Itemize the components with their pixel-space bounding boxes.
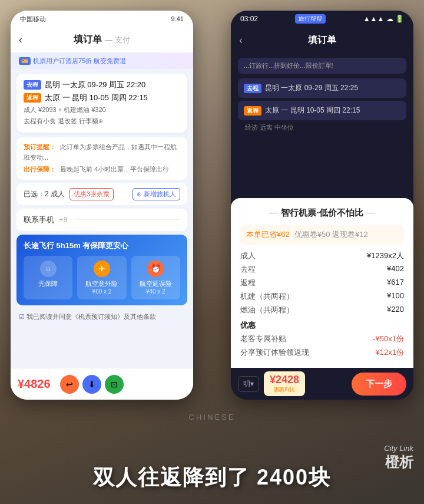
left-total-price: ¥4826 (18, 377, 51, 391)
left-back-button[interactable]: ‹ (19, 34, 22, 46)
contact-row[interactable]: 联系手机 +8 (16, 209, 187, 231)
selected-row: 已选：2 成人 优惠3张余票 ⊕ 新增旅机人 (16, 183, 187, 205)
delay-insurance-option[interactable]: ⏰ 航空延误险 ¥40 x 2 (131, 256, 180, 299)
input-divider (75, 219, 180, 220)
savings-detail: 优惠卷¥50 返现卷¥12 (294, 229, 368, 240)
action-icons: ↩ ⬇ ⊡ (60, 375, 124, 394)
action-btn-1[interactable]: ↩ (60, 375, 79, 394)
right-bottom-bar: 明▾ ¥2428 惠惠利比 下一步 (231, 368, 413, 400)
main-caption-text: 双人往返降到了 2400块 (0, 463, 424, 492)
delay-price: ¥40 x 2 (136, 288, 175, 295)
chinese-watermark: CHINESE (189, 413, 236, 421)
right-nav-bar: ‹ 填订单 (231, 27, 413, 53)
adults-row: 成人 ¥1239x2人 (240, 251, 404, 261)
left-nav-bar: ‹ 填订单 — 支付 (11, 27, 193, 53)
right-outbound-tag: 去程 (244, 84, 261, 93)
accident-icon: ✈ (94, 261, 110, 277)
right-promo: ...订旅行...拼到好价...限价訂單! (238, 58, 406, 74)
right-return-detail: 太原 一 昆明 10-05 周四 22:15 (265, 106, 360, 116)
no-insurance-label: 无保障 (28, 279, 68, 288)
left-phone: 中国移动 9:41 ‹ 填订单 — 支付 🎫 机票用户订酒店75折 航变免费退 … (11, 11, 193, 400)
outbound-price-row: 去程 ¥402 (240, 264, 404, 275)
discount1-row: 老客专属补贴 -¥50x1份 (240, 334, 404, 344)
country-code[interactable]: +8 (59, 215, 68, 224)
no-insurance-option[interactable]: ○ 无保障 (24, 256, 72, 299)
right-outbound-row: 去程 昆明 一太原 09-29 周五 22:25 (238, 78, 406, 98)
outbound-tag: 去程 (24, 80, 41, 90)
promo-text: 机票用户订酒店75折 航变免费退 (33, 57, 126, 65)
delay-icon: ⏰ (147, 261, 164, 277)
zh-watermark-text: 橙析 (384, 453, 413, 472)
safety-title: 长途飞行 5h15m 有保障更安心 (24, 241, 180, 251)
right-dropdown[interactable]: 明▾ (238, 376, 259, 392)
right-return-tag: 返程 (244, 106, 261, 116)
notice-line1: 预订提醒： 此订单为多票组合产品，如遇其中一程航班变动... (24, 142, 180, 163)
insurance-options: ○ 无保障 ✈ 航空意外险 ¥60 x 2 ⏰ 航空延误险 ¥40 x 2 (24, 256, 180, 299)
return-price-row: 返程 ¥617 (240, 278, 404, 288)
promo-banner: 🎫 机票用户订酒店75折 航变免费退 (11, 53, 193, 69)
right-total-price: ¥2428 惠惠利比 (264, 371, 305, 396)
accident-price: ¥60 x 2 (82, 288, 121, 295)
selected-label: 已选：2 成人 (24, 189, 65, 199)
left-time: 9:41 (171, 15, 184, 22)
return-flight-row: 返程 太原 一 昆明 10-05 周四 22:15 (24, 93, 180, 103)
savings-label: 本单已省¥62 (246, 229, 290, 240)
no-insurance-icon: ○ (40, 261, 57, 277)
bottom-caption: 双人往返降到了 2400块 (0, 463, 424, 492)
contact-label: 联系手机 (24, 215, 54, 225)
right-outbound-detail: 昆明 一太原 09-29 周五 22:25 (265, 83, 358, 93)
right-content: ...订旅行...拼到好价...限价訂單! 去程 昆明 一太原 09-29 周五… (231, 53, 413, 140)
outbound-flight-row: 去程 昆明 一太原 09-29 周五 22:20 (24, 80, 180, 90)
right-app-badge: 旅行帮帮 (295, 14, 326, 24)
terms-checkbox[interactable]: ☑ (19, 313, 26, 320)
left-status-bar: 中国移动 9:41 (11, 11, 193, 27)
left-carrier: 中国移动 (20, 15, 46, 24)
meal-info: 去程有小食 退改签 行李额⊕ (24, 117, 180, 126)
accident-label: 航空意外险 (82, 279, 121, 288)
selected-badge[interactable]: 优惠3张余票 (69, 188, 114, 200)
notice-section: 预订提醒： 此订单为多票组合产品，如遇其中一程航班变动... 出行保障： 最晚起… (16, 137, 187, 180)
delay-label: 航空延误险 (136, 279, 175, 288)
watermark: City Link 橙析 (384, 444, 413, 472)
city-link-text: City Link (384, 444, 413, 453)
fuel-row: 燃油（共两程） ¥220 (240, 305, 404, 315)
popup-title: 智行机票·低价不怕比 (240, 207, 404, 219)
accident-insurance-option[interactable]: ✈ 航空意外险 ¥60 x 2 (77, 256, 126, 299)
left-bottom-bar: ¥4826 ↩ ⬇ ⊡ (11, 368, 193, 400)
promo-badge: 🎫 (19, 57, 31, 65)
right-status-bar: 03:02 旅行帮帮 ▲▲▲ ☁ 🔋 (231, 11, 413, 27)
left-nav-title: 填订单 — 支付 (74, 34, 130, 46)
popup-card: 智行机票·低价不怕比 本单已省¥62 优惠卷¥50 返现卷¥12 成人 ¥123… (231, 198, 413, 368)
notice-line2: 出行保障： 最晚起飞前 4小时出票，平台保障出行 (24, 164, 180, 175)
discounts-title: 优惠 (240, 320, 404, 331)
right-nav-title: 填订单 (308, 34, 336, 47)
terms-text: 我已阅读并同意《机票预订须知》及其他条款 (26, 313, 156, 320)
right-back-button[interactable]: ‹ (239, 34, 243, 47)
savings-row: 本单已省¥62 优惠卷¥50 返现卷¥12 (240, 225, 404, 245)
add-passenger-button[interactable]: ⊕ 新增旅机人 (132, 188, 180, 200)
terms-row: ☑ 我已阅读并同意《机票预订须知》及其他条款 (11, 309, 193, 325)
return-tag: 返程 (24, 93, 41, 103)
price-breakdown: 成人 ¥1239x2人 去程 ¥402 返程 ¥617 机建（共两程） ¥100… (240, 251, 404, 358)
price-info: 成人 ¥2093 + 机建燃油 ¥320 (24, 106, 180, 114)
right-phone: 03:02 旅行帮帮 ▲▲▲ ☁ 🔋 ‹ 填订单 ...订旅行...拼到好价..… (231, 11, 413, 400)
tax-row: 机建（共两程） ¥100 (240, 291, 404, 302)
flight-info-card: 去程 昆明 一太原 09-29 周五 22:20 返程 太原 一 昆明 10-0… (16, 74, 187, 133)
right-time: 03:02 (240, 15, 258, 23)
right-price-label: 惠惠利比 (270, 386, 299, 394)
safety-banner: 长途飞行 5h15m 有保障更安心 ○ 无保障 ✈ 航空意外险 ¥60 x 2 … (16, 235, 187, 305)
right-signal: ▲▲▲ ☁ 🔋 (363, 15, 404, 23)
next-step-button[interactable]: 下一步 (352, 373, 406, 396)
action-btn-3[interactable]: ⊡ (105, 375, 124, 394)
action-btn-2[interactable]: ⬇ (82, 375, 101, 394)
return-detail: 太原 一 昆明 10-05 周四 22:15 (45, 93, 148, 103)
right-price-amount: ¥2428 (270, 374, 299, 386)
discount2-row: 分享预订体验领返现 ¥12x1份 (240, 347, 404, 358)
right-class-info: 经济 远离 中坐位 (245, 123, 406, 132)
right-return-row: 返程 太原 一 昆明 10-05 周四 22:15 (238, 101, 406, 120)
outbound-detail: 昆明 一太原 09-29 周五 22:20 (45, 80, 145, 90)
